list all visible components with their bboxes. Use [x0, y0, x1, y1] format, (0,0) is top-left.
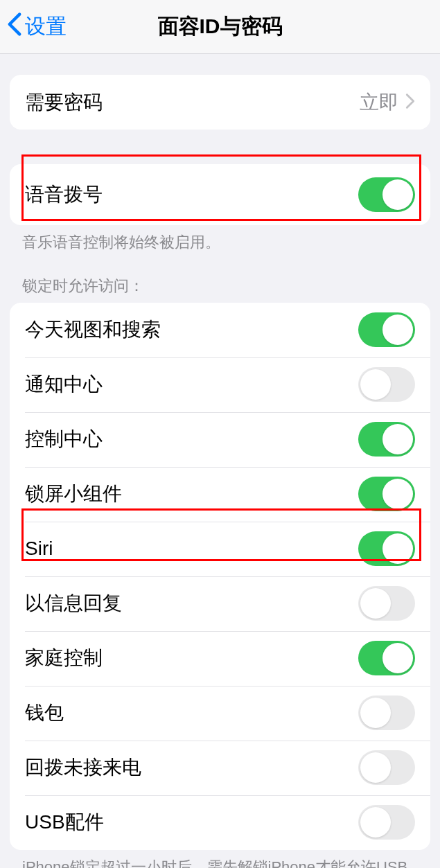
row-label: 今天视图和搜索 [25, 317, 161, 343]
group-footer-text: iPhone锁定超过一小时后，需先解锁iPhone才能允许USB配件连接。 [0, 850, 440, 868]
chevron-right-icon [405, 93, 415, 112]
nav-header: 设置 面容ID与密码 [0, 0, 440, 54]
toggle-voice-dial[interactable] [358, 177, 415, 212]
toggle-switch[interactable] [358, 696, 415, 730]
row-label: 语音拨号 [25, 181, 103, 208]
row-lockscreen-item: 以信息回复 [10, 576, 430, 631]
row-label: 需要密码 [25, 89, 103, 116]
row-voice-dial: 语音拨号 [10, 164, 430, 225]
row-lockscreen-item: 家庭控制 [10, 631, 430, 686]
back-button[interactable]: 设置 [0, 12, 67, 42]
row-lockscreen-item: USB配件 [10, 795, 430, 850]
row-value: 立即 [360, 89, 398, 116]
toggle-switch[interactable] [358, 367, 415, 402]
toggle-switch[interactable] [358, 641, 415, 675]
toggle-switch[interactable] [358, 586, 415, 621]
row-label: 回拨未接来电 [25, 754, 141, 781]
group-lockscreen-access: 今天视图和搜索通知中心控制中心锁屏小组件Siri以信息回复家庭控制钱包回拨未接来… [10, 303, 430, 850]
row-label: USB配件 [25, 809, 104, 835]
toggle-switch[interactable] [358, 312, 415, 347]
row-label: Siri [25, 538, 53, 560]
row-lockscreen-item: 回拨未接来电 [10, 741, 430, 795]
row-lockscreen-item: 通知中心 [10, 357, 430, 412]
toggle-switch[interactable] [358, 531, 415, 566]
row-label: 控制中心 [25, 426, 103, 452]
toggle-switch[interactable] [358, 422, 415, 457]
row-require-passcode[interactable]: 需要密码 立即 [10, 75, 430, 130]
row-label: 锁屏小组件 [25, 481, 122, 507]
toggle-switch[interactable] [358, 477, 415, 511]
chevron-left-icon [7, 12, 22, 42]
row-lockscreen-item: 控制中心 [10, 412, 430, 467]
group-voice-dial: 语音拨号 [10, 164, 430, 225]
row-label: 家庭控制 [25, 645, 103, 671]
toggle-switch[interactable] [358, 750, 415, 785]
row-lockscreen-item: Siri [10, 522, 430, 576]
row-label: 钱包 [25, 700, 64, 726]
row-lockscreen-item: 锁屏小组件 [10, 467, 430, 522]
toggle-switch[interactable] [358, 805, 415, 840]
row-lockscreen-item: 今天视图和搜索 [10, 303, 430, 357]
group-header-text: 锁定时允许访问： [0, 254, 440, 299]
group-footer-text: 音乐语音控制将始终被启用。 [0, 225, 440, 254]
row-label: 通知中心 [25, 371, 103, 398]
row-lockscreen-item: 钱包 [10, 686, 430, 741]
group-require-passcode: 需要密码 立即 [10, 75, 430, 130]
row-label: 以信息回复 [25, 590, 122, 617]
back-label: 设置 [25, 12, 67, 41]
